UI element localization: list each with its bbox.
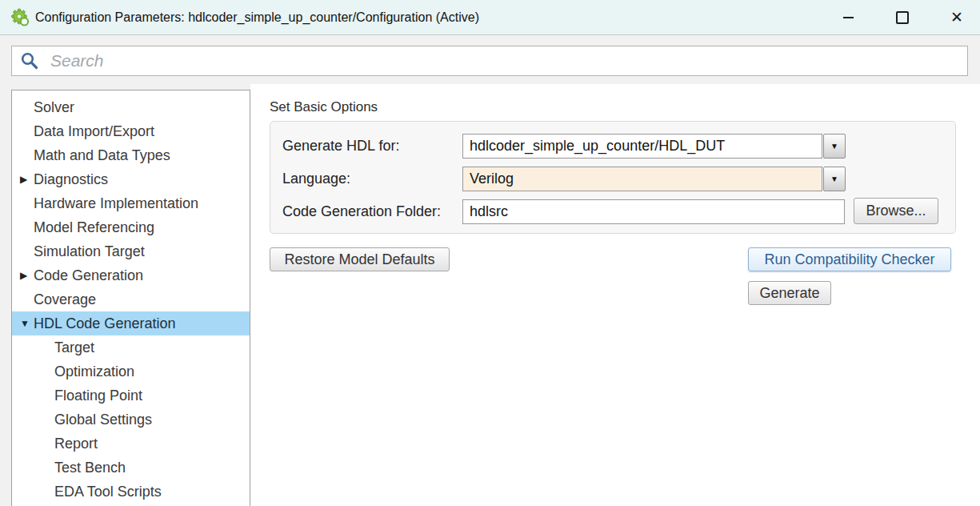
minimize-button[interactable] bbox=[830, 0, 866, 34]
maximize-icon bbox=[896, 11, 909, 24]
sidebar-item-solver[interactable]: Solver bbox=[12, 95, 250, 119]
generate-button[interactable]: Generate bbox=[748, 281, 831, 305]
search-input[interactable] bbox=[11, 46, 968, 76]
generate-hdl-for-dropdown-button[interactable]: ▼ bbox=[823, 134, 846, 159]
sidebar-item-target[interactable]: Target bbox=[12, 335, 250, 359]
restore-model-defaults-button[interactable]: Restore Model Defaults bbox=[270, 247, 450, 271]
close-icon: ✕ bbox=[950, 10, 963, 25]
sidebar-item-eda-tool-scripts[interactable]: EDA Tool Scripts bbox=[12, 480, 250, 504]
minimize-icon bbox=[843, 17, 854, 18]
sidebar-item-simulation-target[interactable]: Simulation Target bbox=[12, 239, 250, 263]
code-generation-folder-input[interactable] bbox=[462, 199, 845, 224]
sidebar-item-code-generation[interactable]: ▶ Code Generation bbox=[12, 263, 250, 287]
generate-hdl-for-row: Generate HDL for: hdlcoder_simple_up_cou… bbox=[270, 134, 955, 159]
sidebar-item-global-settings[interactable]: Global Settings bbox=[12, 408, 250, 432]
sidebar-item-diagnostics[interactable]: ▶ Diagnostics bbox=[12, 167, 250, 191]
browse-button[interactable]: Browse... bbox=[854, 198, 938, 224]
generate-hdl-for-combobox[interactable]: hdlcoder_simple_up_counter/HDL_DUT bbox=[462, 134, 822, 159]
sidebar-item-model-referencing[interactable]: Model Referencing bbox=[12, 215, 250, 239]
tree-collapsed-icon[interactable]: ▶ bbox=[20, 174, 34, 185]
page-title: Set Basic Options bbox=[270, 99, 378, 115]
sidebar-item-hdl-code-generation[interactable]: ▼ HDL Code Generation bbox=[12, 311, 250, 335]
code-generation-folder-row: Code Generation Folder: Browse... bbox=[270, 199, 955, 224]
category-tree: Solver Data Import/Export Math and Data … bbox=[11, 90, 250, 506]
code-generation-folder-label: Code Generation Folder: bbox=[282, 199, 441, 224]
tree-expanded-icon[interactable]: ▼ bbox=[20, 318, 34, 329]
sidebar-item-optimization[interactable]: Optimization bbox=[12, 359, 250, 384]
language-combobox[interactable]: Verilog bbox=[462, 167, 822, 191]
basic-options-groupbox: Generate HDL for: hdlcoder_simple_up_cou… bbox=[270, 121, 956, 234]
language-dropdown-button[interactable]: ▼ bbox=[823, 167, 846, 191]
run-compatibility-checker-button[interactable]: Run Compatibility Checker bbox=[748, 247, 951, 271]
sidebar-item-coverage[interactable]: Coverage bbox=[12, 287, 250, 311]
search-bar bbox=[11, 46, 968, 76]
window-controls: ✕ bbox=[812, 0, 975, 34]
sidebar-item-floating-point[interactable]: Floating Point bbox=[12, 384, 250, 408]
language-label: Language: bbox=[282, 167, 350, 191]
sidebar-item-report[interactable]: Report bbox=[12, 432, 250, 456]
maximize-button[interactable] bbox=[884, 0, 921, 34]
title-bar: Configuration Parameters: hdlcoder_simpl… bbox=[0, 0, 980, 35]
chevron-down-icon: ▼ bbox=[830, 175, 838, 183]
generate-hdl-for-label: Generate HDL for: bbox=[282, 134, 399, 159]
sidebar-item-test-bench[interactable]: Test Bench bbox=[12, 456, 250, 480]
chevron-down-icon: ▼ bbox=[830, 143, 838, 151]
tree-collapsed-icon[interactable]: ▶ bbox=[20, 270, 34, 281]
sidebar-item-hardware-implementation[interactable]: Hardware Implementation bbox=[12, 191, 250, 215]
sidebar-item-data-import-export[interactable]: Data Import/Export bbox=[12, 119, 250, 143]
sidebar-item-math-and-data-types[interactable]: Math and Data Types bbox=[12, 143, 250, 167]
language-row: Language: Verilog ▼ bbox=[270, 167, 955, 191]
window-title: Configuration Parameters: hdlcoder_simpl… bbox=[35, 0, 479, 34]
close-button[interactable]: ✕ bbox=[938, 0, 975, 34]
configuration-gear-icon bbox=[10, 7, 30, 28]
